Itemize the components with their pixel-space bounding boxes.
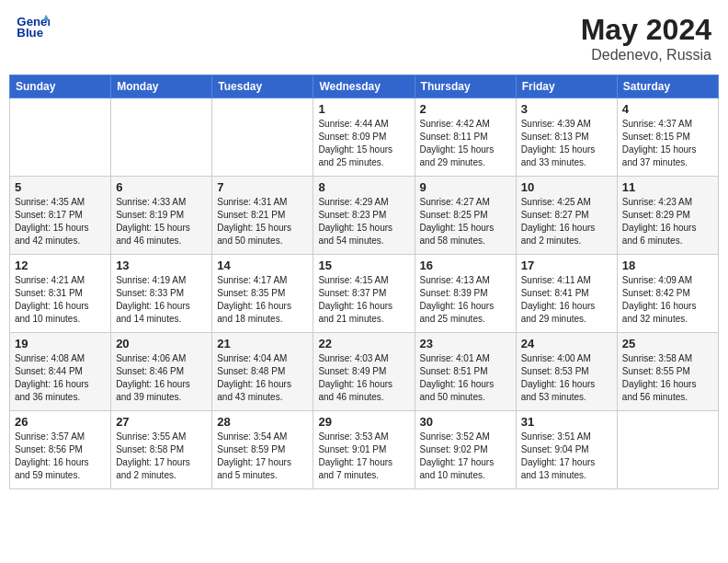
- logo: General Blue: [17, 13, 51, 40]
- calendar-cell: 15Sunrise: 4:15 AMSunset: 8:37 PMDayligh…: [313, 255, 415, 333]
- location-title: Dedenevo, Russia: [581, 47, 711, 63]
- day-number: 31: [521, 415, 612, 429]
- day-number: 23: [420, 337, 511, 350]
- cell-details: Sunrise: 4:31 AMSunset: 8:21 PMDaylight:…: [217, 196, 308, 247]
- calendar-cell: [10, 98, 111, 177]
- cell-details: Sunrise: 4:00 AMSunset: 8:53 PMDaylight:…: [521, 352, 612, 404]
- calendar-cell: 6Sunrise: 4:33 AMSunset: 8:19 PMDaylight…: [111, 177, 212, 255]
- calendar-week-5: 26Sunrise: 3:57 AMSunset: 8:56 PMDayligh…: [10, 411, 719, 489]
- day-number: 17: [521, 259, 612, 272]
- day-number: 10: [521, 180, 612, 194]
- calendar-cell: 30Sunrise: 3:52 AMSunset: 9:02 PMDayligh…: [415, 411, 516, 489]
- calendar-cell: 7Sunrise: 4:31 AMSunset: 8:21 PMDaylight…: [212, 177, 313, 255]
- calendar-cell: 26Sunrise: 3:57 AMSunset: 8:56 PMDayligh…: [10, 411, 111, 489]
- calendar-cell: 17Sunrise: 4:11 AMSunset: 8:41 PMDayligh…: [516, 255, 617, 333]
- calendar-cell: 12Sunrise: 4:21 AMSunset: 8:31 PMDayligh…: [10, 255, 111, 333]
- calendar-cell: 29Sunrise: 3:53 AMSunset: 9:01 PMDayligh…: [313, 411, 415, 489]
- calendar-cell: [212, 98, 313, 177]
- day-number: 18: [622, 259, 713, 272]
- day-number: 21: [217, 337, 308, 350]
- cell-details: Sunrise: 4:15 AMSunset: 8:37 PMDaylight:…: [318, 274, 409, 326]
- calendar-cell: 21Sunrise: 4:04 AMSunset: 8:48 PMDayligh…: [212, 333, 313, 411]
- title-block: May 2024 Dedenevo, Russia: [581, 13, 711, 63]
- cell-details: Sunrise: 4:19 AMSunset: 8:33 PMDaylight:…: [116, 274, 207, 326]
- cell-details: Sunrise: 4:42 AMSunset: 8:11 PMDaylight:…: [420, 118, 511, 169]
- day-number: 26: [15, 415, 106, 429]
- calendar-table: SundayMondayTuesdayWednesdayThursdayFrid…: [9, 75, 719, 489]
- cell-details: Sunrise: 4:06 AMSunset: 8:46 PMDaylight:…: [116, 352, 207, 404]
- cell-details: Sunrise: 4:29 AMSunset: 8:23 PMDaylight:…: [318, 196, 409, 247]
- cell-details: Sunrise: 4:33 AMSunset: 8:19 PMDaylight:…: [116, 196, 207, 247]
- cell-details: Sunrise: 4:08 AMSunset: 8:44 PMDaylight:…: [15, 352, 106, 404]
- day-number: 5: [15, 180, 106, 194]
- cell-details: Sunrise: 4:44 AMSunset: 8:09 PMDaylight:…: [318, 118, 409, 169]
- cell-details: Sunrise: 4:11 AMSunset: 8:41 PMDaylight:…: [521, 274, 612, 326]
- calendar-cell: 24Sunrise: 4:00 AMSunset: 8:53 PMDayligh…: [516, 333, 617, 411]
- cell-details: Sunrise: 4:03 AMSunset: 8:49 PMDaylight:…: [318, 352, 409, 404]
- calendar-cell: 20Sunrise: 4:06 AMSunset: 8:46 PMDayligh…: [111, 333, 212, 411]
- calendar-cell: 25Sunrise: 3:58 AMSunset: 8:55 PMDayligh…: [617, 333, 718, 411]
- calendar-cell: 23Sunrise: 4:01 AMSunset: 8:51 PMDayligh…: [415, 333, 516, 411]
- calendar-cell: 9Sunrise: 4:27 AMSunset: 8:25 PMDaylight…: [415, 177, 516, 255]
- logo-icon: General Blue: [17, 13, 50, 40]
- day-number: 12: [15, 259, 106, 272]
- day-number: 29: [318, 415, 409, 429]
- day-number: 22: [318, 337, 409, 350]
- cell-details: Sunrise: 4:23 AMSunset: 8:29 PMDaylight:…: [622, 196, 713, 247]
- calendar-cell: 18Sunrise: 4:09 AMSunset: 8:42 PMDayligh…: [617, 255, 718, 333]
- calendar-cell: 4Sunrise: 4:37 AMSunset: 8:15 PMDaylight…: [617, 98, 718, 177]
- page-header: General Blue May 2024 Dedenevo, Russia: [9, 9, 719, 67]
- cell-details: Sunrise: 3:51 AMSunset: 9:04 PMDaylight:…: [521, 431, 612, 482]
- day-number: 16: [420, 259, 511, 272]
- day-number: 2: [420, 102, 511, 116]
- weekday-header-friday: Friday: [516, 75, 617, 98]
- calendar-cell: 2Sunrise: 4:42 AMSunset: 8:11 PMDaylight…: [415, 98, 516, 177]
- weekday-header-wednesday: Wednesday: [313, 75, 415, 98]
- cell-details: Sunrise: 4:27 AMSunset: 8:25 PMDaylight:…: [420, 196, 511, 247]
- day-number: 13: [116, 259, 207, 272]
- cell-details: Sunrise: 4:01 AMSunset: 8:51 PMDaylight:…: [420, 352, 511, 404]
- weekday-header-saturday: Saturday: [617, 75, 718, 98]
- day-number: 4: [622, 102, 713, 116]
- calendar-week-1: 1Sunrise: 4:44 AMSunset: 8:09 PMDaylight…: [10, 98, 719, 177]
- day-number: 24: [521, 337, 612, 350]
- day-number: 9: [420, 180, 511, 194]
- calendar-cell: [617, 411, 718, 489]
- calendar-cell: 5Sunrise: 4:35 AMSunset: 8:17 PMDaylight…: [10, 177, 111, 255]
- calendar-cell: 1Sunrise: 4:44 AMSunset: 8:09 PMDaylight…: [313, 98, 415, 177]
- day-number: 27: [116, 415, 207, 429]
- weekday-header-monday: Monday: [111, 75, 212, 98]
- cell-details: Sunrise: 3:54 AMSunset: 8:59 PMDaylight:…: [217, 431, 308, 482]
- day-number: 1: [318, 102, 409, 116]
- calendar-cell: [111, 98, 212, 177]
- cell-details: Sunrise: 4:04 AMSunset: 8:48 PMDaylight:…: [217, 352, 308, 404]
- calendar-cell: 3Sunrise: 4:39 AMSunset: 8:13 PMDaylight…: [516, 98, 617, 177]
- day-number: 19: [15, 337, 106, 350]
- day-number: 11: [622, 180, 713, 194]
- calendar-cell: 14Sunrise: 4:17 AMSunset: 8:35 PMDayligh…: [212, 255, 313, 333]
- cell-details: Sunrise: 3:52 AMSunset: 9:02 PMDaylight:…: [420, 431, 511, 482]
- calendar-cell: 27Sunrise: 3:55 AMSunset: 8:58 PMDayligh…: [111, 411, 212, 489]
- cell-details: Sunrise: 3:53 AMSunset: 9:01 PMDaylight:…: [318, 431, 409, 482]
- calendar-week-4: 19Sunrise: 4:08 AMSunset: 8:44 PMDayligh…: [10, 333, 719, 411]
- weekday-header-thursday: Thursday: [415, 75, 516, 98]
- calendar-cell: 10Sunrise: 4:25 AMSunset: 8:27 PMDayligh…: [516, 177, 617, 255]
- calendar-cell: 28Sunrise: 3:54 AMSunset: 8:59 PMDayligh…: [212, 411, 313, 489]
- calendar-cell: 11Sunrise: 4:23 AMSunset: 8:29 PMDayligh…: [617, 177, 718, 255]
- weekday-header-row: SundayMondayTuesdayWednesdayThursdayFrid…: [10, 75, 719, 98]
- day-number: 14: [217, 259, 308, 272]
- month-title: May 2024: [581, 13, 711, 47]
- calendar-cell: 19Sunrise: 4:08 AMSunset: 8:44 PMDayligh…: [10, 333, 111, 411]
- cell-details: Sunrise: 4:21 AMSunset: 8:31 PMDaylight:…: [15, 274, 106, 326]
- calendar-week-3: 12Sunrise: 4:21 AMSunset: 8:31 PMDayligh…: [10, 255, 719, 333]
- cell-details: Sunrise: 4:25 AMSunset: 8:27 PMDaylight:…: [521, 196, 612, 247]
- cell-details: Sunrise: 4:39 AMSunset: 8:13 PMDaylight:…: [521, 118, 612, 169]
- cell-details: Sunrise: 4:13 AMSunset: 8:39 PMDaylight:…: [420, 274, 511, 326]
- cell-details: Sunrise: 4:17 AMSunset: 8:35 PMDaylight:…: [217, 274, 308, 326]
- day-number: 6: [116, 180, 207, 194]
- calendar-cell: 13Sunrise: 4:19 AMSunset: 8:33 PMDayligh…: [111, 255, 212, 333]
- day-number: 20: [116, 337, 207, 350]
- weekday-header-tuesday: Tuesday: [212, 75, 313, 98]
- calendar-cell: 31Sunrise: 3:51 AMSunset: 9:04 PMDayligh…: [516, 411, 617, 489]
- calendar-cell: 22Sunrise: 4:03 AMSunset: 8:49 PMDayligh…: [313, 333, 415, 411]
